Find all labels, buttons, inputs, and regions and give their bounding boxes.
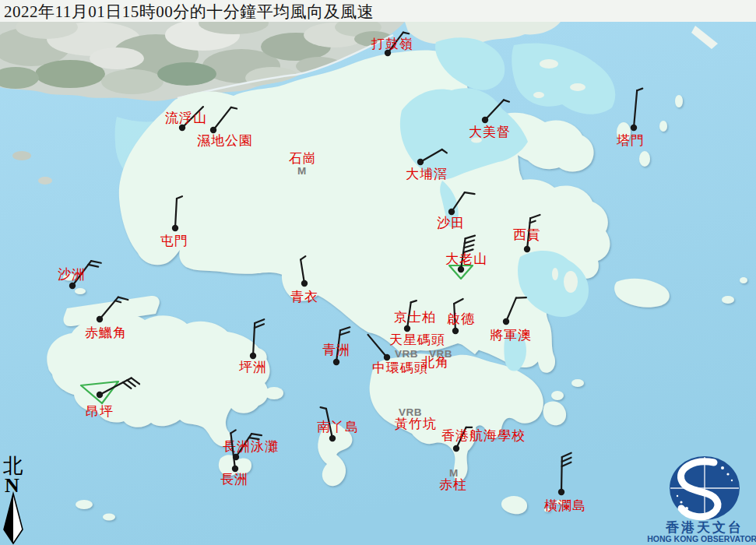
station-label: 南丫島 — [317, 420, 359, 434]
land-tung-lung — [551, 391, 564, 400]
station-label: 西貢 — [513, 227, 541, 242]
station-label: 大老山 — [445, 251, 487, 266]
land-ma-wan — [255, 265, 263, 273]
station-label: 石崗 — [289, 151, 317, 166]
station-label: 黃竹坑 — [395, 417, 437, 431]
station-label: 屯門 — [160, 234, 188, 248]
station-label: 青洲 — [322, 343, 350, 357]
station-dot — [232, 466, 238, 472]
station-label: 坪洲 — [239, 360, 267, 374]
station-label: 赤柱 — [439, 477, 467, 492]
station-label: 沙田 — [437, 216, 465, 230]
station-label: 天星碼頭 — [389, 332, 445, 347]
station-label: 昂坪 — [86, 404, 114, 419]
station-label: 青衣 — [290, 290, 318, 304]
station-dot — [453, 445, 459, 452]
land-town-island — [571, 379, 584, 387]
station-label: 將軍澳 — [490, 328, 532, 343]
station-label: 大埔滘 — [406, 167, 448, 181]
station-dot — [179, 125, 185, 131]
map-canvas: 打鼓嶺流浮山濕地公園塔門大美督石崗M大埔滘沙田屯門西貢沙洲大老山青衣赤鱲角京士柏… — [0, 0, 756, 545]
land-islet-ne — [659, 121, 667, 132]
station-label: 塔門 — [616, 133, 645, 148]
hko-wind-map: 打鼓嶺流浮山濕地公園塔門大美督石崗M大埔滘沙田屯門西貢沙洲大老山青衣赤鱲角京士柏… — [0, 0, 756, 545]
station-note: M — [449, 467, 459, 479]
hko-name-en: HONG KONG OBSERVATORY — [647, 534, 756, 543]
station-dot — [404, 325, 410, 332]
station-dot — [384, 354, 390, 360]
station-dot — [97, 392, 103, 398]
land-hei-ling-chau — [265, 387, 283, 399]
station-label: 赤鱲角 — [85, 325, 127, 340]
station-note: VRB — [399, 406, 422, 418]
station-label: 香港航海學校 — [441, 428, 526, 443]
station-label: 流浮山 — [165, 111, 207, 125]
hko-name-zh: 香港天文台 — [665, 520, 744, 535]
station-dot — [558, 489, 564, 495]
station-dot — [250, 353, 256, 359]
land-grass-island — [639, 151, 650, 167]
station-label: 沙洲 — [58, 267, 86, 282]
land-soko-east — [103, 514, 115, 521]
station-note: M — [297, 165, 307, 177]
station-label: 長洲 — [220, 472, 248, 487]
station-dot — [329, 435, 336, 441]
station-label: 打鼓嶺 — [371, 37, 413, 51]
station-label: 濕地公園 — [197, 133, 253, 148]
deep-bay-islet — [38, 177, 52, 185]
station-dot — [69, 283, 76, 289]
land-sha-chau-south — [75, 288, 86, 294]
station-label: 大美督 — [469, 125, 511, 139]
station-dot — [301, 280, 308, 287]
station-dot — [631, 125, 637, 131]
land-port-island — [675, 95, 683, 107]
compass-letter: N — [5, 474, 19, 497]
station-dot — [482, 117, 488, 123]
land-islet-east — [740, 277, 747, 283]
station-label: 京士柏 — [394, 310, 436, 325]
station-note: VRB — [429, 348, 452, 360]
wind-barb-feather — [403, 33, 409, 34]
deep-bay-islet — [12, 151, 31, 160]
station-label: 橫瀾島 — [544, 498, 586, 513]
station-dot — [333, 359, 339, 365]
station-dot — [452, 328, 459, 334]
station-dot — [503, 318, 509, 325]
station-label: 啟德 — [447, 311, 475, 326]
station-label: 中環碼頭 — [372, 360, 428, 375]
station-note: VRB — [395, 348, 418, 360]
station-dot — [524, 246, 530, 252]
station-dot — [417, 159, 424, 165]
station-dot — [210, 127, 216, 133]
station-dot — [448, 209, 455, 215]
station-dot — [172, 225, 178, 231]
station-dot — [458, 266, 464, 272]
map-title: 2022年11月01日15時00分的十分鐘平均風向及風速 — [4, 2, 374, 21]
land-soko — [76, 500, 93, 509]
land-ninepin — [722, 296, 734, 304]
station-dot — [97, 316, 103, 322]
